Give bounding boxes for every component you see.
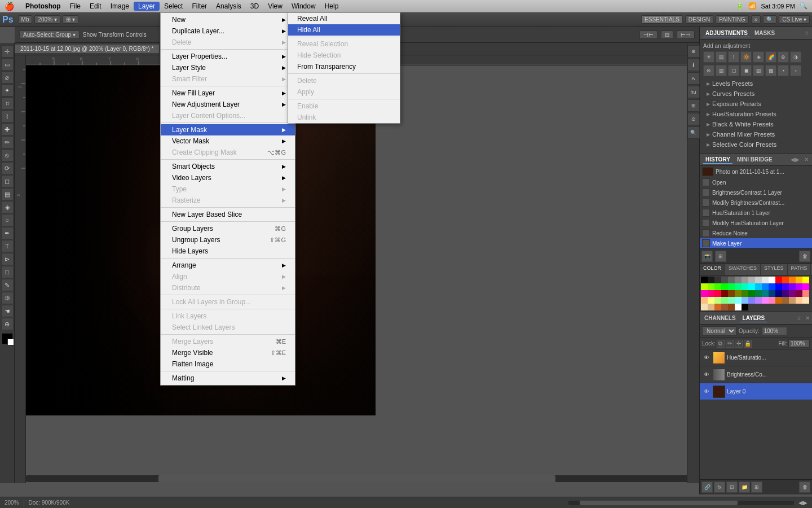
workspace-arrow[interactable]: » (751, 15, 761, 24)
panel-icon-6[interactable]: ⊙ (687, 113, 700, 125)
history-row-5[interactable]: Modify Hue/Saturation Layer (700, 218, 812, 228)
apple-menu-icon[interactable]: 🍎 (5, 2, 14, 11)
color-swatch-29[interactable] (789, 283, 796, 290)
essentials-btn[interactable]: ESSENTIALS (641, 15, 683, 24)
clone-tool[interactable]: ⎋ (1, 149, 14, 161)
adj-curves-icon[interactable]: ⌇ (728, 51, 739, 63)
color-swatch-28[interactable] (782, 283, 789, 290)
lock-position-btn[interactable]: ✛ (735, 340, 743, 348)
type-tool[interactable]: T (1, 240, 14, 252)
menu-item-distribute[interactable]: Distribute (161, 282, 295, 294)
color-swatch-30[interactable] (796, 283, 802, 290)
submenu-reveal-all[interactable]: Reveal All (288, 13, 400, 24)
pen-tool[interactable]: ✒ (1, 227, 14, 239)
layer-mode-dropdown[interactable]: Normal (702, 326, 736, 336)
new-layer-btn[interactable]: ⊞ (751, 481, 762, 493)
color-swatch-53[interactable] (735, 297, 742, 304)
color-swatch-65[interactable] (708, 304, 714, 310)
delete-layer-btn[interactable]: 🗑 (799, 481, 810, 493)
color-swatch-25[interactable] (762, 283, 769, 290)
tab-masks[interactable]: MASKS (752, 29, 777, 37)
menu-item-layer-content-options[interactable]: Layer Content Options... (161, 110, 295, 121)
color-swatch-14[interactable] (796, 277, 802, 283)
color-swatch-51[interactable] (721, 297, 728, 304)
align-center-btn[interactable]: ⊟ (661, 30, 673, 39)
lock-transparent-btn[interactable]: ⧉ (717, 340, 725, 348)
panel-menu-btn[interactable]: ≡ (805, 30, 809, 36)
color-swatch-69[interactable] (735, 304, 742, 310)
align-btn[interactable]: ⊣⊢ (639, 30, 657, 39)
color-swatch-67[interactable] (721, 304, 728, 310)
history-row-2[interactable]: Brightness/Contrast 1 Layer (700, 187, 812, 198)
color-swatch-10[interactable] (769, 277, 775, 283)
tab-mini-bridge[interactable]: MINI BRIDGE (735, 156, 775, 163)
color-swatch-62[interactable] (796, 297, 802, 304)
submenu-hide-all[interactable]: Hide All (288, 24, 400, 36)
dodge-tool[interactable]: ○ (1, 214, 14, 226)
color-swatch-23[interactable] (748, 283, 755, 290)
layers-close-btn[interactable]: ✕ (805, 315, 810, 321)
menu-item-flatten-image[interactable]: Flatten Image (161, 358, 295, 370)
menu-item-merge-layers[interactable]: Merge Layers ⌘E (161, 336, 295, 347)
history-row-6[interactable]: Reduce Noise (700, 228, 812, 238)
menu-item-link-layers[interactable]: Link Layers (161, 310, 295, 322)
menu-item-filter[interactable]: Filter (187, 2, 211, 11)
color-swatch-6[interactable] (742, 277, 748, 283)
heal-tool[interactable]: ✚ (1, 123, 14, 135)
color-swatch-61[interactable] (789, 297, 796, 304)
gradient-tool[interactable]: ▤ (1, 188, 14, 200)
menu-item-delete[interactable]: Delete (161, 37, 295, 48)
layer-row-1[interactable]: 👁Brightness/Co... (700, 366, 812, 383)
color-swatch-20[interactable] (728, 283, 735, 290)
color-swatch-17[interactable] (708, 283, 714, 290)
color-swatch-13[interactable] (789, 277, 796, 283)
submenu-from-transparency[interactable]: From Transparency (288, 61, 400, 72)
color-swatch-50[interactable] (714, 297, 721, 304)
tab-paths[interactable]: PATHS (788, 264, 811, 275)
bottom-scrollbar[interactable] (568, 501, 794, 505)
color-swatch-44[interactable] (782, 290, 789, 297)
lasso-tool[interactable]: ⌀ (1, 71, 14, 84)
color-swatch-63[interactable] (802, 297, 809, 304)
zoom-tool[interactable]: ⊕ (1, 318, 14, 330)
color-swatch-31[interactable] (802, 283, 809, 290)
color-swatch-36[interactable] (728, 290, 735, 297)
submenu-enable[interactable]: Enable (288, 100, 400, 112)
adj-hue-icon[interactable]: 🌈 (765, 51, 776, 63)
color-swatch-49[interactable] (708, 297, 714, 304)
adj-channelmixer-icon[interactable]: ▧ (716, 65, 727, 76)
layer-visibility-0[interactable]: 👁 (702, 354, 711, 361)
fill-input[interactable] (788, 339, 810, 348)
adj-invert-icon[interactable]: ◼ (740, 65, 752, 76)
color-swatch-21[interactable] (735, 283, 742, 290)
menu-item-rasterize[interactable]: Rasterize (161, 195, 295, 206)
new-group-btn[interactable]: 📁 (739, 481, 750, 493)
color-swatch-16[interactable] (701, 283, 708, 290)
color-swatch-0[interactable] (701, 277, 708, 283)
menu-item-layer-style[interactable]: Layer Style (161, 62, 295, 73)
menu-item-new-fill-layer[interactable]: New Fill Layer (161, 87, 295, 99)
preset-row-2[interactable]: ▶Exposure Presets (703, 99, 809, 109)
3d-tool[interactable]: ③ (1, 292, 14, 304)
color-swatch-8[interactable] (755, 277, 762, 283)
menu-item-view[interactable]: View (263, 2, 287, 11)
submenu-reveal-selection[interactable]: Reveal Selection (288, 38, 400, 50)
history-brush-tool[interactable]: ⟳ (1, 162, 14, 174)
color-swatch-5[interactable] (735, 277, 742, 283)
color-swatch-64[interactable] (701, 304, 708, 310)
move-tool[interactable]: ✛ (1, 45, 14, 58)
menu-item-merge-visible[interactable]: Merge Visible ⇧⌘E (161, 347, 295, 358)
color-swatch-52[interactable] (728, 297, 735, 304)
eraser-tool[interactable]: ◻ (1, 175, 14, 187)
history-close-btn[interactable]: ✕ (804, 156, 809, 163)
menu-item-duplicate[interactable]: Duplicate Layer... (161, 25, 295, 37)
lock-all-btn[interactable]: 🔒 (744, 340, 752, 348)
magic-wand-tool[interactable]: ✦ (1, 84, 14, 97)
shape-tool[interactable]: □ (1, 266, 14, 278)
color-swatch-27[interactable] (775, 283, 782, 290)
doc-tab-active[interactable]: 2011-10-15 at 12.00.jpg @ 200% (Layer 0,… (15, 45, 160, 53)
menu-item-help[interactable]: Help (320, 2, 343, 11)
design-btn[interactable]: DESIGN (685, 15, 713, 24)
preset-row-3[interactable]: ▶Hue/Saturation Presets (703, 109, 809, 119)
history-expand-btn[interactable]: ◀▶ (791, 156, 800, 163)
